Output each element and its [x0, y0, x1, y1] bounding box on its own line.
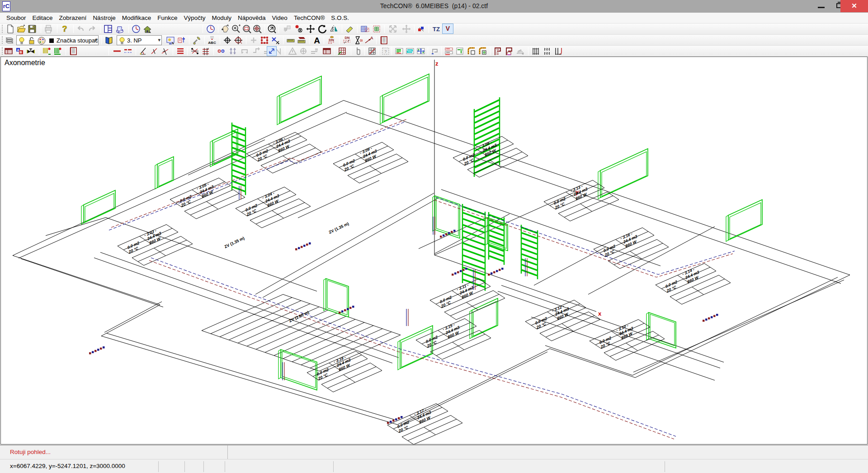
svg-text:DN: DN [329, 38, 334, 42]
svg-text:B: B [19, 51, 22, 54]
svg-text:z: z [435, 60, 439, 67]
svg-text:TZ: TZ [433, 26, 440, 33]
svg-text:DN: DN [345, 36, 350, 40]
svg-text:A: A [314, 36, 320, 45]
svg-text:?: ? [62, 24, 67, 33]
svg-text:ZV (1.35 m): ZV (1.35 m) [328, 221, 350, 234]
svg-text:?: ? [384, 49, 387, 54]
svg-text:ABC: ABC [208, 41, 216, 45]
svg-text:A: A [17, 48, 19, 52]
svg-text:ZV (1.35 m): ZV (1.35 m) [224, 236, 245, 249]
svg-text:GK1: GK1 [360, 39, 363, 42]
svg-text:A: A [370, 36, 373, 40]
svg-text:x: x [598, 310, 602, 317]
